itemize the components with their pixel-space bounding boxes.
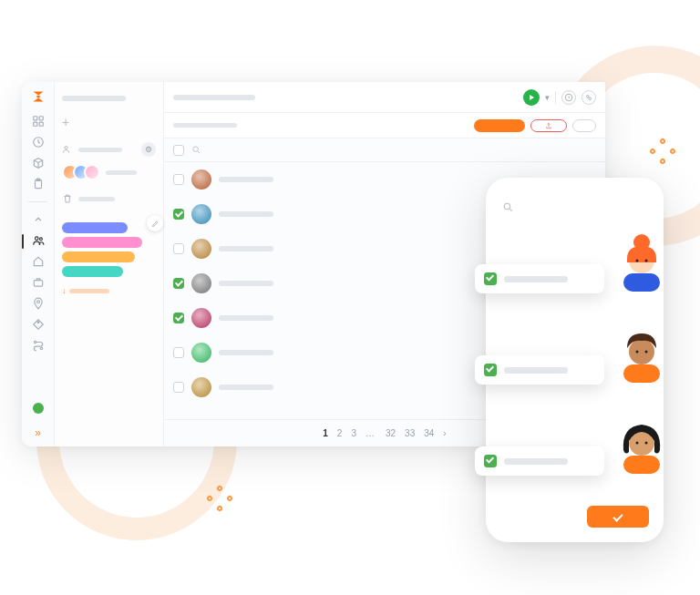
sort-row[interactable]: ↓ bbox=[62, 281, 156, 295]
play-button[interactable] bbox=[523, 89, 540, 106]
name-placeholder bbox=[219, 211, 273, 217]
sub-toolbar bbox=[164, 113, 605, 138]
tag-pill[interactable] bbox=[62, 237, 142, 248]
phone-card[interactable] bbox=[475, 446, 604, 476]
checkbox[interactable] bbox=[484, 272, 497, 285]
page-number[interactable]: 2 bbox=[337, 428, 343, 438]
phone-list-item bbox=[500, 328, 649, 392]
avatar bbox=[191, 239, 211, 259]
checkbox[interactable] bbox=[173, 382, 184, 393]
svg-point-8 bbox=[39, 238, 42, 241]
svg-point-17 bbox=[589, 97, 592, 100]
phone-search[interactable] bbox=[500, 198, 649, 226]
phone-body bbox=[500, 226, 649, 506]
svg-point-31 bbox=[636, 442, 639, 445]
svg-point-10 bbox=[36, 301, 39, 303]
card-label bbox=[504, 367, 568, 374]
app-logo bbox=[31, 89, 46, 107]
share-button[interactable] bbox=[530, 119, 567, 132]
add-button[interactable]: + bbox=[62, 115, 69, 129]
primary-action-button[interactable] bbox=[474, 119, 525, 132]
settings-icon[interactable]: ⚙ bbox=[141, 142, 156, 157]
checkbox[interactable] bbox=[173, 313, 184, 323]
svg-point-32 bbox=[645, 442, 648, 445]
svg-point-14 bbox=[65, 147, 67, 149]
phone-list-item bbox=[500, 237, 649, 301]
svg-rect-3 bbox=[39, 122, 43, 126]
name-placeholder bbox=[219, 281, 273, 286]
checkbox[interactable] bbox=[484, 364, 497, 376]
checkbox[interactable] bbox=[173, 243, 184, 254]
view-icon[interactable] bbox=[582, 90, 596, 105]
checkbox[interactable] bbox=[484, 455, 497, 467]
briefcase-icon[interactable] bbox=[32, 276, 45, 289]
avatar-stack bbox=[62, 164, 100, 180]
dashboard-icon[interactable] bbox=[32, 115, 45, 128]
svg-rect-29 bbox=[623, 456, 660, 474]
users-icon[interactable] bbox=[32, 234, 45, 247]
person-illustration bbox=[614, 419, 669, 474]
svg-rect-9 bbox=[34, 281, 42, 286]
tag-pill[interactable] bbox=[62, 266, 123, 277]
svg-point-26 bbox=[629, 339, 654, 364]
phone-card[interactable] bbox=[475, 355, 604, 385]
edit-icon[interactable] bbox=[147, 215, 163, 231]
more-button[interactable] bbox=[572, 119, 596, 132]
checkbox[interactable] bbox=[173, 174, 184, 185]
page-number[interactable]: 33 bbox=[405, 428, 415, 438]
card-label bbox=[504, 276, 568, 282]
name-placeholder bbox=[219, 350, 273, 355]
sidebar-panel: + ⚙ bbox=[55, 82, 164, 446]
section-label bbox=[78, 148, 122, 152]
done-button[interactable] bbox=[587, 506, 649, 528]
clock-icon[interactable] bbox=[32, 136, 45, 149]
tag-icon[interactable] bbox=[32, 318, 45, 331]
phone-list-item bbox=[500, 419, 649, 483]
page-title bbox=[173, 95, 255, 100]
cube-icon[interactable] bbox=[32, 157, 45, 169]
status-dot bbox=[33, 403, 44, 414]
checkbox[interactable] bbox=[173, 209, 184, 220]
page-number[interactable]: 34 bbox=[424, 428, 434, 438]
person-illustration bbox=[614, 328, 669, 383]
checkbox[interactable] bbox=[173, 347, 184, 358]
page-number[interactable]: 3 bbox=[351, 428, 356, 438]
svg-rect-1 bbox=[39, 117, 43, 120]
collapse-icon[interactable] bbox=[32, 213, 45, 226]
avatar bbox=[191, 377, 211, 397]
select-all-checkbox[interactable] bbox=[173, 145, 184, 156]
page-number[interactable]: 32 bbox=[386, 428, 396, 438]
plus-decor bbox=[210, 488, 230, 508]
svg-point-27 bbox=[636, 351, 639, 354]
route-icon[interactable] bbox=[32, 339, 45, 352]
tag-pill[interactable] bbox=[62, 251, 135, 262]
svg-rect-25 bbox=[623, 364, 660, 383]
active-indicator bbox=[22, 234, 24, 249]
phone-card[interactable] bbox=[475, 264, 604, 293]
title-placeholder bbox=[62, 96, 126, 101]
location-icon[interactable] bbox=[32, 297, 45, 310]
name-placeholder bbox=[219, 315, 273, 321]
name-placeholder bbox=[219, 177, 273, 182]
search-icon[interactable] bbox=[191, 142, 201, 159]
expand-rail-icon[interactable]: » bbox=[35, 426, 41, 439]
home-icon[interactable] bbox=[32, 255, 45, 268]
svg-point-18 bbox=[193, 146, 199, 151]
avatar bbox=[191, 308, 211, 328]
svg-rect-20 bbox=[623, 273, 660, 292]
breadcrumb bbox=[173, 123, 237, 128]
user-group-icon bbox=[62, 144, 73, 155]
page-next-icon[interactable]: › bbox=[443, 428, 446, 438]
svg-point-7 bbox=[35, 237, 38, 241]
tag-pill[interactable] bbox=[62, 222, 128, 233]
list-header bbox=[164, 138, 605, 162]
dropdown-icon[interactable]: ▾ bbox=[545, 93, 550, 102]
checkbox[interactable] bbox=[173, 278, 184, 289]
svg-rect-0 bbox=[33, 117, 36, 120]
svg-point-19 bbox=[504, 203, 510, 210]
history-icon[interactable] bbox=[561, 90, 576, 105]
trash-icon[interactable] bbox=[62, 193, 73, 204]
page-number[interactable]: 1 bbox=[323, 428, 328, 438]
name-placeholder bbox=[219, 385, 273, 390]
clipboard-icon[interactable] bbox=[32, 178, 45, 190]
